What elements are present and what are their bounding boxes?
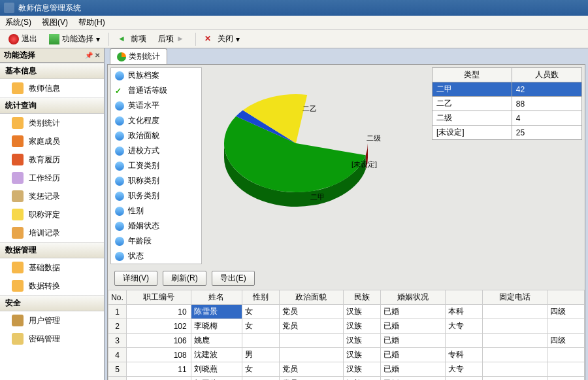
sidebar-item[interactable]: 基础数据 [0, 258, 104, 277]
sidebar-header: 功能选择 📌 ✕ [0, 48, 104, 63]
sidebar-item-icon [12, 135, 24, 147]
table-row[interactable]: 3106姚鹿汉族已婚四级 [108, 334, 585, 348]
category-icon [115, 131, 124, 141]
sidebar-item[interactable]: 家庭成员 [0, 132, 104, 150]
data-grid[interactable]: No.职工编号姓名性别政治面貌民族婚姻状况固定电话 110陈雪景女党员汉族已婚本… [108, 290, 585, 380]
sidebar-item-label: 类别统计 [29, 118, 60, 129]
sidebar-item[interactable]: 奖惩记录 [0, 187, 104, 205]
titlebar: 教师信息管理系统 [0, 0, 588, 16]
grid-header[interactable] [446, 290, 483, 305]
stat-row[interactable]: 二乙88 [433, 97, 582, 111]
detail-button[interactable]: 详细(V) [114, 271, 157, 286]
category-item[interactable]: 性别 [111, 203, 201, 218]
category-item[interactable]: 年龄段 [111, 233, 201, 249]
sidebar-item[interactable]: 类别统计 [0, 114, 104, 132]
sidebar-item-icon [12, 280, 24, 292]
category-icon [115, 101, 124, 111]
grid-header[interactable]: 姓名 [191, 290, 242, 305]
menu-help[interactable]: 帮助(H) [78, 17, 105, 28]
sidebar-item[interactable]: 数据转换 [0, 277, 104, 295]
grid-header[interactable]: 民族 [344, 290, 381, 305]
app-icon [4, 3, 14, 13]
sidebar-item-label: 用户管理 [29, 315, 60, 326]
toolbar: 退出 功能选择 ▾ ◄ 前项 后项 ► ✕ 关闭 ▾ [0, 30, 588, 48]
category-item[interactable]: 进校方式 [111, 143, 201, 158]
stat-row[interactable]: 二甲42 [433, 82, 582, 97]
category-item[interactable]: 文化程度 [111, 113, 201, 128]
table-row[interactable]: 110陈雪景女党员汉族已婚本科四级 [108, 305, 585, 319]
table-row[interactable]: 511刘晓燕女党员汉族已婚大专 [108, 362, 585, 377]
category-icon [115, 237, 124, 246]
sidebar-item[interactable]: 密码管理 [0, 330, 104, 348]
sidebar-item-icon [12, 315, 24, 326]
sidebar-item-icon [12, 154, 24, 165]
category-list[interactable]: 民族档案✓普通话等级英语水平文化程度政治面貌进校方式工资类别职称类别职务类别性别… [110, 67, 202, 264]
sidebar-item[interactable]: 教师信息 [0, 79, 104, 97]
refresh-button[interactable]: 刷新(R) [163, 271, 206, 286]
category-item[interactable]: 民族档案 [111, 68, 201, 83]
menu-view[interactable]: 视图(V) [42, 17, 68, 28]
category-icon [115, 147, 124, 156]
sidebar-item[interactable]: 工作经历 [0, 169, 104, 187]
category-item[interactable]: 职务类别 [111, 188, 201, 203]
stat-row[interactable]: [未设定]25 [433, 126, 582, 140]
prev-button[interactable]: ◄ 前项 [113, 31, 151, 46]
func-icon [49, 34, 59, 44]
sidebar-item[interactable]: 培训记录 [0, 224, 104, 242]
panel: 民族档案✓普通话等级英语水平文化程度政治面貌进校方式工资类别职称类别职务类别性别… [107, 64, 585, 380]
sidebar-item-icon [12, 227, 24, 239]
table-row[interactable]: 4108沈建波男汉族已婚专科 [108, 348, 585, 362]
exit-button[interactable]: 退出 [4, 31, 42, 46]
sidebar-item-label: 家庭成员 [29, 136, 60, 147]
sidebar-item-icon [12, 82, 24, 94]
close-button[interactable]: ✕ 关闭 ▾ [200, 31, 244, 46]
next-button[interactable]: 后项 ► [154, 31, 191, 46]
sidebar-item[interactable]: 用户管理 [0, 311, 104, 330]
menu-system[interactable]: 系统(S) [5, 17, 31, 28]
export-button[interactable]: 导出(E) [212, 271, 255, 286]
category-item[interactable]: 英语水平 [111, 98, 201, 113]
col-count: 人员数 [512, 68, 581, 82]
grid-header[interactable]: 婚姻状况 [381, 290, 446, 305]
sidebar-group-header[interactable]: 统计查询 [0, 97, 104, 114]
col-type: 类型 [433, 68, 512, 82]
category-icon [115, 222, 124, 231]
sidebar-item-label: 培训记录 [29, 228, 60, 239]
table-row[interactable]: 2102李晓梅女党员汉族已婚大专 [108, 319, 585, 334]
func-select-button[interactable]: 功能选择 ▾ [44, 31, 105, 46]
check-icon: ✓ [115, 86, 124, 95]
sidebar-item[interactable]: 教育履历 [0, 150, 104, 169]
chevron-down-icon: ▾ [236, 35, 240, 44]
stat-row[interactable]: 二级4 [433, 111, 582, 126]
category-item[interactable]: ✓普通话等级 [111, 83, 201, 98]
category-item[interactable]: 职称类别 [111, 173, 201, 188]
sidebar-group-header[interactable]: 数据管理 [0, 242, 104, 258]
sidebar-item-label: 职称评定 [29, 209, 60, 220]
category-item[interactable]: 工资类别 [111, 158, 201, 173]
sidebar-item-label: 数据转换 [29, 281, 60, 292]
tab-category-stats[interactable]: 类别统计 [110, 48, 167, 64]
sidebar-item-label: 教育履历 [29, 154, 60, 165]
sidebar-item-icon [12, 172, 24, 184]
grid-header[interactable]: 固定电话 [483, 290, 547, 305]
grid-header[interactable]: 政治面貌 [279, 290, 344, 305]
grid-header[interactable] [547, 290, 584, 305]
grid-header[interactable]: 性别 [242, 290, 279, 305]
pie-chart-icon [117, 52, 126, 61]
category-icon [115, 252, 124, 261]
grid-header[interactable]: No. [108, 290, 127, 305]
stat-table: 类型 人员数 二甲42二乙88二级4[未设定]25 [432, 67, 582, 264]
category-item[interactable]: 状态 [111, 249, 201, 264]
sidebar-group-header[interactable]: 安全 [0, 295, 104, 311]
button-row: 详细(V) 刷新(R) 导出(E) [108, 267, 585, 290]
pin-icon[interactable]: 📌 ✕ [85, 52, 100, 59]
category-item[interactable]: 政治面貌 [111, 128, 201, 143]
arrow-left-icon: ◄ [118, 34, 128, 44]
table-row[interactable]: 6112胡亚伟党员汉族已婚 [108, 377, 585, 381]
grid-header[interactable]: 职工编号 [127, 290, 191, 305]
sidebar: 功能选择 📌 ✕ 基本信息教师信息统计查询类别统计家庭成员教育履历工作经历奖惩记… [0, 48, 105, 380]
sidebar-item[interactable]: 职称评定 [0, 205, 104, 224]
category-item[interactable]: 婚姻状态 [111, 218, 201, 233]
sidebar-item-icon [12, 190, 24, 202]
sidebar-group-header[interactable]: 基本信息 [0, 63, 104, 79]
